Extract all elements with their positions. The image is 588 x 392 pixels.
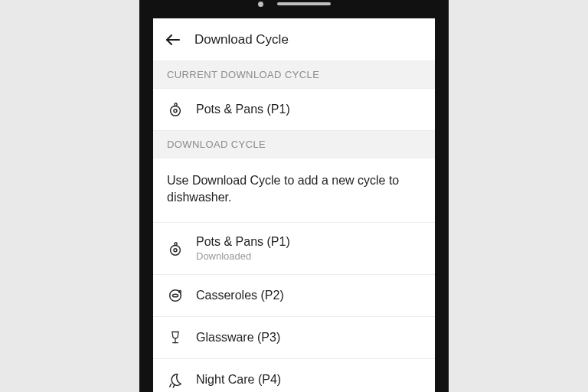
svg-point-3 [171, 245, 181, 255]
cycles-description: Use Download Cycle to add a new cycle to… [153, 158, 435, 223]
svg-point-4 [174, 249, 177, 252]
pots-pans-icon [167, 240, 184, 257]
cycle-row-casseroles[interactable]: Casseroles (P2) [153, 275, 435, 317]
app-header: Download Cycle [153, 18, 435, 61]
cycle-labels: Glassware (P3) [196, 331, 280, 345]
current-cycle-label: Pots & Pans (P1) [196, 103, 290, 116]
cycle-label: Glassware (P3) [196, 331, 280, 345]
speaker-slot-icon [277, 2, 331, 5]
cycle-label: Night Care (P4) [196, 373, 281, 387]
cycle-label: Casseroles (P2) [196, 289, 284, 302]
cycle-label: Pots & Pans (P1) [196, 235, 290, 249]
page-title: Download Cycle [194, 32, 289, 47]
cycle-sublabel: Downloaded [196, 250, 290, 262]
device-frame: Download Cycle CURRENT DOWNLOAD CYCLE Po… [139, 0, 449, 392]
cycle-labels: Night Care (P4) [196, 373, 281, 387]
pots-pans-icon [167, 101, 184, 118]
section-header-current: CURRENT DOWNLOAD CYCLE [153, 61, 435, 89]
casseroles-icon [167, 287, 184, 304]
glassware-icon [167, 329, 184, 346]
back-arrow-icon[interactable] [164, 31, 182, 49]
cycle-row-night-care[interactable]: Night Care (P4) [153, 359, 435, 392]
cycle-labels: Casseroles (P2) [196, 289, 284, 302]
current-cycle-labels: Pots & Pans (P1) [196, 103, 290, 116]
camera-dot-icon [258, 2, 263, 7]
svg-point-1 [171, 106, 181, 116]
section-header-cycles: DOWNLOAD CYCLE [153, 131, 435, 158]
night-care-icon [167, 371, 184, 388]
cycle-row-glassware[interactable]: Glassware (P3) [153, 317, 435, 359]
svg-point-2 [174, 109, 177, 113]
cycle-row-pots-pans[interactable]: Pots & Pans (P1) Downloaded [153, 223, 435, 275]
device-top-bar [153, 0, 435, 14]
screen: Download Cycle CURRENT DOWNLOAD CYCLE Po… [153, 18, 435, 392]
current-cycle-row[interactable]: Pots & Pans (P1) [153, 89, 435, 131]
cycle-labels: Pots & Pans (P1) Downloaded [196, 235, 290, 262]
